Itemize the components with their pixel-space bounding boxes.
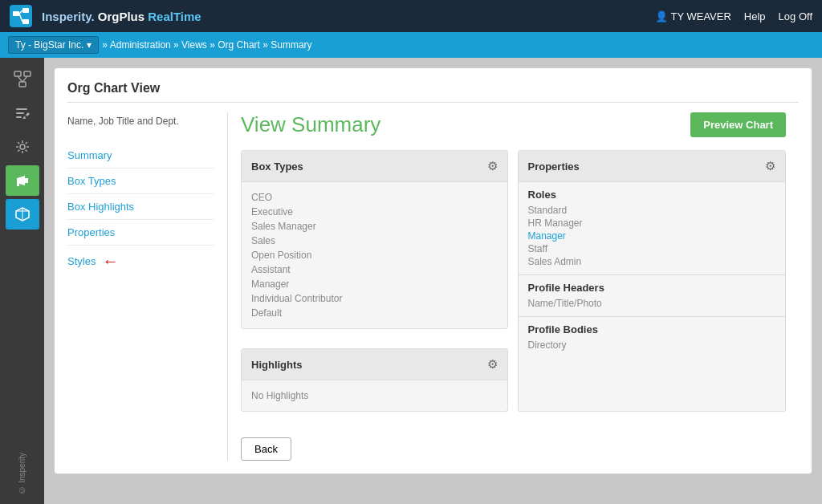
highlights-title: Highlights — [251, 359, 303, 371]
no-highlights-label: No Highlights — [251, 388, 498, 403]
arrow-indicator-icon: ← — [102, 252, 118, 270]
sidebar-item-edit[interactable] — [6, 98, 39, 128]
box-types-header: Box Types ⚙ — [242, 151, 507, 182]
profile-bodies-section: Profile Bodies Directory — [519, 316, 786, 358]
list-item: Staff — [528, 242, 776, 255]
content-area: Org Chart View Name, Job Title and Dept.… — [44, 58, 822, 504]
list-item: Sales — [251, 234, 498, 248]
box-icon — [14, 206, 31, 222]
breadcrumb-bar: Ty - BigStar Inc. ▾ » Administration » V… — [0, 32, 822, 58]
svg-rect-6 — [14, 71, 21, 76]
nav-item-box-types[interactable]: Box Types — [67, 169, 214, 194]
user-icon: 👤 — [655, 10, 670, 22]
help-link[interactable]: Help — [744, 10, 766, 22]
profile-headers-section: Profile Headers Name/Title/Photo — [519, 274, 786, 316]
settings-icon — [14, 139, 31, 155]
nav-item-summary[interactable]: Summary — [67, 143, 214, 169]
list-item: Sales Manager — [251, 219, 498, 234]
top-nav-right: 👤 TY WEAVER Help Log Off — [655, 10, 812, 22]
insperity-label: © Insperity — [14, 449, 30, 498]
boxes-layout: Box Types ⚙ CEO Executive Sales Manager … — [241, 150, 786, 412]
edit-icon — [14, 105, 31, 121]
properties-panel: Properties ⚙ Roles Standard HR Manager M… — [518, 150, 787, 412]
roles-title: Roles — [528, 189, 776, 201]
list-item: Assistant — [251, 262, 498, 277]
svg-rect-15 — [25, 178, 28, 183]
dropdown-arrow-icon: ▾ — [87, 39, 92, 51]
sidebar-item-announcement[interactable] — [6, 165, 39, 196]
left-nav-label: Name, Job Title and Dept. — [67, 112, 214, 130]
properties-title: Properties — [528, 161, 580, 173]
logo-icon — [10, 5, 32, 27]
nav-item-styles[interactable]: Styles ← — [67, 246, 214, 277]
preview-chart-button[interactable]: Preview Chart — [690, 112, 786, 137]
box-types-title: Box Types — [251, 161, 303, 173]
left-column: Box Types ⚙ CEO Executive Sales Manager … — [241, 150, 508, 412]
profile-bodies-value: Directory — [528, 339, 776, 352]
box-types-gear-icon[interactable]: ⚙ — [487, 159, 498, 173]
logo-text: Insperity. OrgPlus RealTime — [42, 10, 201, 23]
list-item: Open Position — [251, 248, 498, 262]
highlights-content: No Highlights — [242, 380, 507, 411]
breadcrumb-path: » Administration » Views » Org Chart » S… — [102, 39, 311, 51]
announcement-icon — [14, 173, 31, 189]
list-item: Executive — [251, 205, 498, 219]
main-layout: © Insperity Org Chart View Name, Job Tit… — [0, 58, 822, 504]
list-item: CEO — [251, 190, 498, 205]
list-item: Default — [251, 306, 498, 320]
box-types-content: CEO Executive Sales Manager Sales Open P… — [242, 182, 507, 328]
company-dropdown[interactable]: Ty - BigStar Inc. ▾ — [8, 36, 99, 54]
main-content: View Summary Preview Chart Box Types ⚙ — [228, 112, 799, 461]
company-name: Ty - BigStar Inc. — [15, 39, 83, 51]
sidebar-item-box[interactable] — [6, 199, 39, 230]
list-item: Standard — [528, 204, 776, 217]
left-sidebar: © Insperity — [0, 58, 44, 504]
top-navigation: Insperity. OrgPlus RealTime 👤 TY WEAVER … — [0, 0, 822, 32]
svg-rect-7 — [24, 71, 31, 76]
username: TY WEAVER — [670, 10, 730, 22]
nav-item-box-highlights[interactable]: Box Highlights — [67, 194, 214, 220]
svg-point-14 — [20, 144, 25, 149]
svg-rect-2 — [22, 8, 29, 13]
logoff-link[interactable]: Log Off — [779, 10, 812, 22]
properties-gear-icon[interactable]: ⚙ — [765, 159, 775, 173]
svg-rect-11 — [16, 108, 27, 110]
properties-header: Properties ⚙ — [519, 151, 786, 182]
styles-label: Styles — [67, 255, 96, 267]
view-summary-header: View Summary Preview Chart — [241, 112, 786, 137]
svg-rect-13 — [16, 116, 22, 118]
highlights-panel: Highlights ⚙ No Highlights — [241, 348, 508, 412]
logo-area: Insperity. OrgPlus RealTime — [10, 5, 201, 27]
svg-rect-8 — [19, 82, 26, 87]
svg-rect-12 — [16, 112, 24, 114]
styles-row: Styles ← — [67, 252, 214, 270]
box-types-panel: Box Types ⚙ CEO Executive Sales Manager … — [241, 150, 508, 329]
svg-line-9 — [18, 76, 22, 82]
user-area: 👤 TY WEAVER — [655, 10, 731, 22]
org-chart-panel: Org Chart View Name, Job Title and Dept.… — [54, 67, 812, 474]
sidebar-item-settings[interactable] — [6, 132, 39, 162]
list-item: HR Manager — [528, 217, 776, 230]
nav-item-properties[interactable]: Properties — [67, 220, 214, 246]
orgchart-icon — [14, 71, 31, 88]
list-item: Sales Admin — [528, 255, 776, 268]
profile-headers-title: Profile Headers — [528, 282, 776, 294]
highlights-header: Highlights ⚙ — [242, 349, 507, 380]
svg-rect-1 — [13, 11, 19, 16]
svg-rect-3 — [22, 19, 29, 24]
back-button[interactable]: Back — [241, 437, 291, 461]
roles-section: Roles Standard HR Manager Manager Staff … — [519, 182, 786, 274]
view-summary-title: View Summary — [241, 112, 380, 137]
left-nav: Name, Job Title and Dept. Summary Box Ty… — [67, 112, 228, 461]
list-item: Manager — [528, 230, 776, 242]
profile-headers-value: Name/Title/Photo — [528, 297, 776, 310]
svg-rect-16 — [17, 183, 19, 186]
view-inner: Name, Job Title and Dept. Summary Box Ty… — [67, 112, 799, 461]
svg-line-10 — [22, 76, 27, 82]
highlights-gear-icon[interactable]: ⚙ — [487, 357, 498, 372]
profile-bodies-title: Profile Bodies — [528, 323, 776, 335]
panel-title: Org Chart View — [67, 81, 799, 103]
list-item: Manager — [251, 277, 498, 291]
list-item: Individual Contributor — [251, 291, 498, 306]
sidebar-item-orgchart[interactable] — [6, 64, 39, 95]
